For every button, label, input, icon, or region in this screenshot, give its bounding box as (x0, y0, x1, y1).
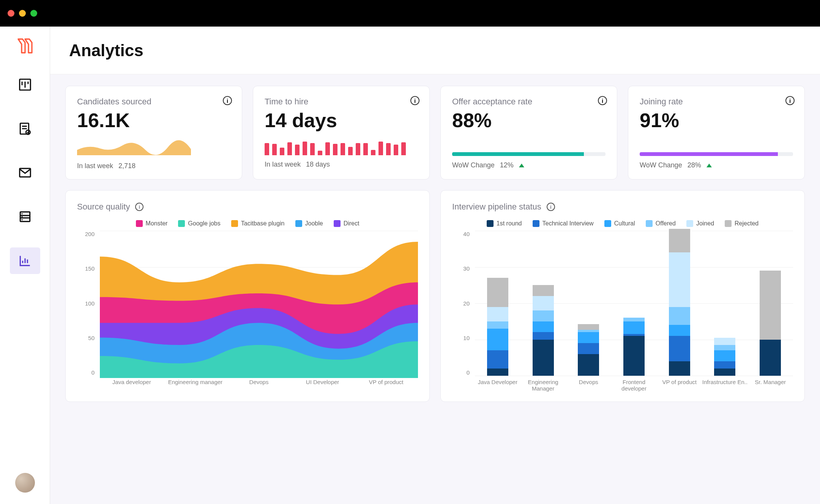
kpi-foot-value: 28% (688, 161, 701, 169)
info-icon[interactable]: i (598, 96, 607, 105)
svg-point-5 (21, 213, 22, 214)
kpi-label: Time to hire (265, 97, 418, 107)
kpi-foot-value: 18 days (306, 161, 330, 169)
minimize-window-button[interactable] (19, 10, 26, 17)
nav-mail[interactable] (10, 159, 40, 186)
svg-point-6 (21, 216, 22, 217)
kpi-foot-value: 12% (500, 161, 514, 169)
kpi-label: Candidates sourced (77, 97, 230, 107)
kpi-label: Joining rate (640, 97, 793, 107)
kpi-foot-value: 2,718 (118, 162, 136, 170)
maximize-window-button[interactable] (30, 10, 37, 17)
kpi-value: 14 days (265, 109, 418, 132)
kpi-foot-label: WoW Change (640, 161, 682, 169)
legend-item: Rejected (725, 220, 758, 227)
user-avatar[interactable] (15, 473, 35, 493)
svg-point-7 (21, 219, 22, 220)
mail-icon (18, 165, 32, 180)
source-quality-chart (100, 231, 418, 378)
board-icon (18, 77, 32, 92)
stacked-bar (578, 324, 599, 376)
info-icon[interactable]: i (223, 96, 232, 105)
info-icon[interactable]: i (410, 96, 419, 105)
source-quality-card: Source quality i MonsterGoogle jobsTacit… (65, 190, 430, 402)
stacked-bar (714, 338, 735, 376)
kpi-card: i Time to hire 14 days In last week 18 d… (253, 86, 430, 180)
close-window-button[interactable] (8, 10, 14, 17)
info-icon[interactable]: i (785, 96, 795, 105)
stacked-bar (760, 271, 781, 376)
app-logo (15, 36, 35, 56)
info-icon[interactable]: i (135, 203, 144, 211)
legend-item: Google jobs (178, 220, 220, 227)
legend-item: Joined (686, 220, 714, 227)
info-icon[interactable]: i (547, 203, 555, 211)
sparkline-area (77, 137, 191, 155)
page-header: Analytics (50, 27, 820, 74)
legend-item: Direct (334, 220, 360, 227)
nav-board[interactable] (10, 71, 40, 98)
stacked-bar (669, 229, 690, 376)
kpi-card: i Joining rate 91% WoW Change 28% (628, 86, 805, 180)
kpi-foot-label: In last week (265, 161, 301, 169)
kpi-foot-label: In last week (77, 162, 113, 170)
legend-item: Cultural (604, 220, 635, 227)
legend-item: Offered (646, 220, 676, 227)
checklist-icon (18, 121, 32, 136)
kpi-card: i Candidates sourced 16.1K In last week … (65, 86, 242, 180)
pipeline-card: Interview pipeline status i 1st roundTec… (440, 190, 805, 402)
trend-up-icon (706, 164, 712, 167)
stacked-bar (487, 278, 508, 376)
kpi-foot-label: WoW Change (452, 161, 495, 169)
legend-item: Tacitbase plugin (231, 220, 285, 227)
stacked-bar (623, 318, 645, 376)
kpi-card: i Offer acceptance rate 88% WoW Change 1… (440, 86, 617, 180)
database-icon (18, 209, 32, 224)
source-quality-title: Source quality (77, 202, 130, 212)
legend-item: Monster (136, 220, 168, 227)
nav-analytics[interactable] (10, 247, 40, 274)
progress-bar (452, 152, 606, 156)
sparkline-bars (265, 138, 418, 155)
stacked-bar (533, 285, 554, 376)
kpi-value: 16.1K (77, 109, 230, 132)
page-title: Analytics (69, 41, 144, 60)
progress-bar (640, 152, 793, 156)
legend-item: Technical Interview (533, 220, 594, 227)
legend-item: 1st round (487, 220, 522, 227)
pipeline-chart (475, 231, 793, 376)
analytics-icon (18, 254, 32, 268)
kpi-label: Offer acceptance rate (452, 97, 606, 107)
trend-up-icon (519, 164, 524, 167)
legend-item: Jooble (295, 220, 323, 227)
pipeline-title: Interview pipeline status (452, 202, 541, 212)
nav-checklist[interactable] (10, 115, 40, 142)
window-titlebar (0, 0, 820, 27)
sidebar (0, 27, 50, 504)
kpi-value: 88% (452, 109, 606, 132)
nav-database[interactable] (10, 203, 40, 230)
kpi-value: 91% (640, 109, 793, 132)
